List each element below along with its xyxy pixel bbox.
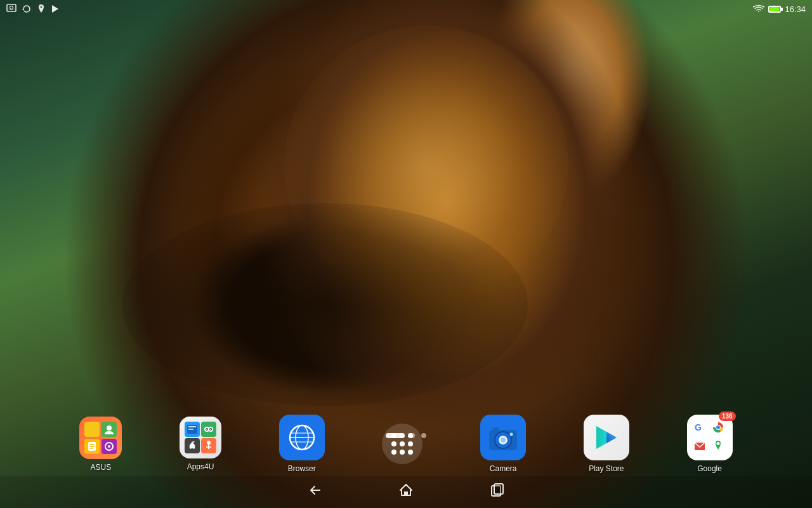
- location-icon: [37, 4, 46, 14]
- google-notification-badge: 136: [719, 411, 736, 421]
- svg-rect-48: [404, 491, 408, 495]
- svg-marker-4: [52, 5, 58, 13]
- svg-rect-0: [7, 4, 16, 11]
- launcher-icon[interactable]: [382, 424, 422, 464]
- apps4u-icon[interactable]: [180, 417, 221, 458]
- status-bar: 16:34: [0, 0, 812, 18]
- wifi-icon: [753, 4, 764, 13]
- svg-rect-14: [188, 426, 196, 427]
- svg-rect-36: [493, 427, 499, 432]
- camera-label: Camera: [490, 464, 517, 473]
- svg-point-47: [716, 442, 719, 445]
- app-launcher[interactable]: [382, 424, 422, 464]
- nav-bar: [0, 476, 812, 508]
- svg-point-22: [207, 441, 211, 444]
- google-icon[interactable]: G: [687, 415, 733, 460]
- svg-point-45: [716, 425, 720, 429]
- screenshot-icon: [6, 4, 16, 14]
- svg-point-6: [107, 425, 112, 431]
- status-icons-right: 16:34: [753, 4, 806, 14]
- browser-icon[interactable]: [279, 415, 325, 460]
- svg-point-1: [10, 6, 13, 10]
- camera-app[interactable]: Camera: [480, 415, 526, 473]
- svg-rect-2: [7, 10, 16, 10]
- recents-button[interactable]: [490, 483, 505, 502]
- launcher-dot-6: [408, 441, 413, 446]
- launcher-dot-5: [400, 441, 405, 446]
- svg-point-20: [206, 429, 207, 430]
- apps4u-app[interactable]: Apps4U: [180, 417, 221, 471]
- svg-point-35: [501, 438, 506, 443]
- launcher-dot-9: [408, 450, 413, 455]
- browser-app[interactable]: Browser: [279, 415, 325, 473]
- launcher-dot-7: [391, 450, 396, 455]
- svg-point-5: [88, 424, 96, 433]
- playstore-app[interactable]: Play Store: [584, 415, 629, 473]
- svg-point-37: [510, 433, 513, 436]
- svg-point-12: [108, 445, 110, 448]
- google-folder-wrapper[interactable]: G: [687, 415, 733, 460]
- launcher-dot-8: [400, 450, 405, 455]
- launcher-dot-4: [391, 441, 396, 446]
- asus-label: ASUS: [91, 463, 112, 472]
- asus-app[interactable]: ASUS: [79, 417, 122, 472]
- svg-text:G: G: [695, 422, 702, 432]
- svg-point-21: [210, 429, 211, 430]
- google-label: Google: [697, 464, 722, 473]
- back-button[interactable]: [307, 483, 322, 502]
- playstore-small-icon: [51, 4, 60, 13]
- asus-icon[interactable]: [79, 417, 122, 459]
- launcher-dot-2: [400, 433, 405, 438]
- playstore-label: Play Store: [589, 464, 624, 473]
- rotate-icon: [22, 4, 32, 14]
- launcher-dots-grid: [391, 433, 413, 455]
- camera-icon[interactable]: [480, 415, 526, 460]
- dock: ASUS Apps4U: [0, 415, 812, 473]
- apps4u-label: Apps4U: [187, 462, 214, 471]
- svg-point-3: [41, 6, 43, 8]
- svg-rect-15: [188, 429, 193, 430]
- status-icons-left: [6, 4, 60, 14]
- playstore-icon[interactable]: [584, 415, 629, 460]
- google-app[interactable]: G: [687, 415, 733, 473]
- launcher-dot-1: [391, 433, 396, 438]
- status-time: 16:34: [785, 4, 806, 14]
- svg-rect-50: [494, 484, 503, 494]
- battery-icon: [768, 6, 781, 13]
- launcher-dot-3: [408, 433, 413, 438]
- svg-marker-41: [606, 432, 617, 443]
- home-button[interactable]: [398, 483, 414, 502]
- browser-label: Browser: [288, 464, 316, 473]
